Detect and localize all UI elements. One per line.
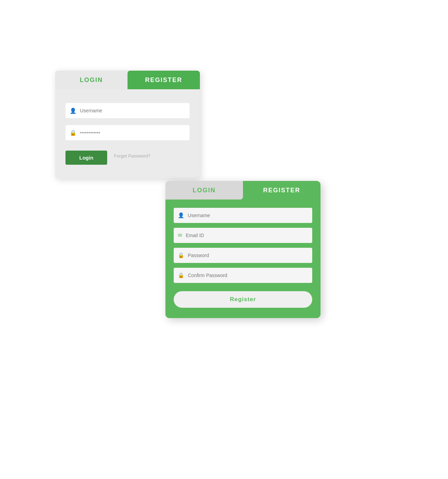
reg-username-input-group: 👤	[174, 208, 312, 223]
login-tab-label: LOGIN	[80, 77, 103, 84]
reg-email-input[interactable]	[186, 233, 308, 238]
login-tab-inactive[interactable]: LOGIN	[165, 181, 243, 200]
register-tab-active[interactable]: REGISTER	[243, 181, 320, 200]
login-button[interactable]: Login	[65, 151, 107, 165]
reg-email-icon: ✉	[178, 232, 182, 238]
reg-confirm-lock-icon: 🔒	[178, 272, 184, 278]
reg-password-input[interactable]	[188, 253, 308, 258]
register-tab-bar: LOGIN REGISTER	[165, 181, 320, 200]
register-tab-active-label: REGISTER	[263, 187, 300, 194]
reg-email-input-group: ✉	[174, 228, 312, 243]
reg-user-icon: 👤	[178, 212, 184, 218]
register-tab[interactable]: REGISTER	[128, 71, 200, 89]
register-button[interactable]: Register	[174, 291, 312, 308]
reg-confirm-password-input[interactable]	[188, 273, 308, 278]
password-input-group: 🔒	[65, 125, 190, 140]
login-card-body: 👤 🔒 Login Forget Password?	[55, 89, 200, 179]
reg-password-input-group: 🔒	[174, 248, 312, 263]
reg-confirm-password-input-group: 🔒	[174, 268, 312, 283]
username-input[interactable]	[80, 108, 185, 113]
login-action-row: Login Forget Password?	[65, 147, 190, 165]
username-input-group: 👤	[65, 103, 190, 118]
reg-username-input[interactable]	[188, 213, 308, 218]
password-input[interactable]	[80, 130, 185, 135]
reg-lock-icon: 🔒	[178, 252, 184, 258]
login-tab-bar: LOGIN REGISTER	[55, 71, 200, 89]
login-tab[interactable]: LOGIN	[55, 71, 128, 89]
register-card-body: 👤 ✉ 🔒 🔒 Register	[165, 200, 320, 318]
register-card: LOGIN REGISTER 👤 ✉ 🔒 🔒 Regis	[165, 181, 320, 318]
login-card: LOGIN REGISTER 👤 🔒 Login Forget Password…	[55, 71, 200, 179]
login-tab-inactive-label: LOGIN	[193, 187, 216, 194]
forget-password-link[interactable]: Forget Password?	[114, 153, 151, 159]
lock-icon: 🔒	[70, 130, 77, 136]
register-tab-label: REGISTER	[145, 77, 182, 84]
user-icon: 👤	[70, 108, 77, 114]
